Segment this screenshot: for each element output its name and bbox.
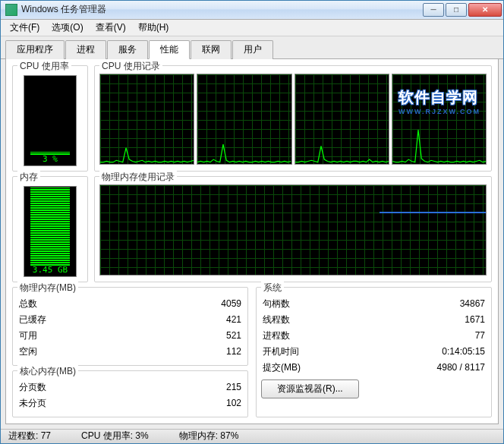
close-button[interactable]: ✕ <box>468 3 502 17</box>
sys-uptime-label: 开机时间 <box>263 345 360 359</box>
system-box: 系统 句柄数34867 线程数1671 进程数77 开机时间0:14:05:15… <box>256 287 492 417</box>
cpu-graph <box>99 74 194 165</box>
cpu-graph <box>197 74 291 165</box>
memory-meter: 3.45 GB <box>24 186 77 277</box>
tab-performance[interactable]: 性能 <box>149 40 190 59</box>
performance-panel: CPU 使用率 3 % CPU 使用记录 软件自学网 WWW.RJZXW.COM… <box>5 59 499 424</box>
window-title: Windows 任务管理器 <box>21 3 421 16</box>
system-label: 系统 <box>261 282 284 294</box>
kernel-mem-box: 核心内存(MB) 分页数215 未分页102 <box>12 370 248 417</box>
mem-history-box: 物理内存使用记录 <box>94 176 492 282</box>
cpu-history-label: CPU 使用记录 <box>99 60 162 73</box>
grid-icon <box>100 185 486 275</box>
sys-handles-label: 句柄数 <box>263 297 360 311</box>
mem-history-label: 物理内存使用记录 <box>99 171 177 184</box>
memory-label: 内存 <box>17 171 40 184</box>
pm-cached-label: 已缓存 <box>19 313 146 327</box>
km-paged-label: 分页数 <box>19 380 161 395</box>
sys-uptime: 0:14:05:15 <box>361 345 485 359</box>
kernel-mem-table: 分页数215 未分页102 <box>17 379 243 412</box>
maximize-button[interactable]: □ <box>446 3 467 17</box>
status-processes: 进程数: 77 <box>8 430 51 442</box>
titlebar[interactable]: Windows 任务管理器 ─ □ ✕ <box>1 1 503 20</box>
cpu-meter-value: 3 % <box>24 154 76 164</box>
menu-view[interactable]: 查看(V) <box>90 20 132 36</box>
tab-processes[interactable]: 进程 <box>65 40 106 59</box>
pm-free: 112 <box>147 345 241 359</box>
memory-meter-value: 3.45 GB <box>24 265 76 275</box>
tab-networking[interactable]: 联网 <box>191 40 232 59</box>
resource-monitor-button[interactable]: 资源监视器(R)... <box>261 379 359 398</box>
tabs: 应用程序 进程 服务 性能 联网 用户 <box>1 36 503 59</box>
system-table: 句柄数34867 线程数1671 进程数77 开机时间0:14:05:15 提交… <box>261 295 487 376</box>
pm-total-label: 总数 <box>19 297 146 311</box>
km-nonpaged-label: 未分页 <box>19 396 161 411</box>
phys-mem-table: 总数4059 已缓存421 可用521 空闲112 <box>17 295 243 361</box>
sys-procs: 77 <box>361 329 485 343</box>
tab-users[interactable]: 用户 <box>232 40 273 59</box>
phys-mem-box: 物理内存(MB) 总数4059 已缓存421 可用521 空闲112 <box>12 287 248 366</box>
km-paged: 215 <box>162 380 241 395</box>
statusbar: 进程数: 77 CPU 使用率: 3% 物理内存: 87% <box>1 429 503 443</box>
tab-applications[interactable]: 应用程序 <box>5 40 65 59</box>
memory-box: 内存 3.45 GB <box>12 176 88 282</box>
cpu-graph <box>295 74 389 165</box>
minimize-button[interactable]: ─ <box>423 3 444 17</box>
cpu-usage-box: CPU 使用率 3 % <box>12 65 88 172</box>
sys-commit-label: 提交(MB) <box>263 361 360 375</box>
pm-avail: 521 <box>147 329 241 343</box>
pm-cached: 421 <box>147 313 241 327</box>
memory-graph <box>99 184 487 276</box>
phys-mem-label: 物理内存(MB) <box>17 282 78 294</box>
sys-commit: 4980 / 8117 <box>361 361 485 375</box>
sys-threads-label: 线程数 <box>263 313 360 327</box>
tab-services[interactable]: 服务 <box>107 40 148 59</box>
status-memory: 物理内存: 87% <box>179 430 239 442</box>
cpu-history-box: CPU 使用记录 软件自学网 WWW.RJZXW.COM <box>94 65 492 172</box>
memory-line <box>380 212 486 213</box>
memory-meter-fill <box>30 187 70 266</box>
sys-threads: 1671 <box>361 313 485 327</box>
pm-total: 4059 <box>147 297 241 311</box>
pm-avail-label: 可用 <box>19 329 146 343</box>
status-cpu: CPU 使用率: 3% <box>81 430 149 442</box>
sys-handles: 34867 <box>361 297 485 311</box>
cpu-meter: 3 % <box>24 75 77 166</box>
pm-free-label: 空闲 <box>19 345 146 359</box>
km-nonpaged: 102 <box>162 396 241 411</box>
sys-procs-label: 进程数 <box>263 329 360 343</box>
cpu-graphs <box>99 74 487 165</box>
task-manager-window: Windows 任务管理器 ─ □ ✕ 文件(F) 选项(O) 查看(V) 帮助… <box>0 0 504 444</box>
cpu-usage-label: CPU 使用率 <box>17 60 71 73</box>
menu-help[interactable]: 帮助(H) <box>132 20 175 36</box>
menu-file[interactable]: 文件(F) <box>4 20 46 36</box>
kernel-mem-label: 核心内存(MB) <box>17 365 78 378</box>
app-icon <box>5 4 17 16</box>
menu-options[interactable]: 选项(O) <box>46 20 89 36</box>
cpu-graph <box>392 74 487 165</box>
window-buttons: ─ □ ✕ <box>421 3 502 17</box>
menubar: 文件(F) 选项(O) 查看(V) 帮助(H) <box>1 20 503 36</box>
